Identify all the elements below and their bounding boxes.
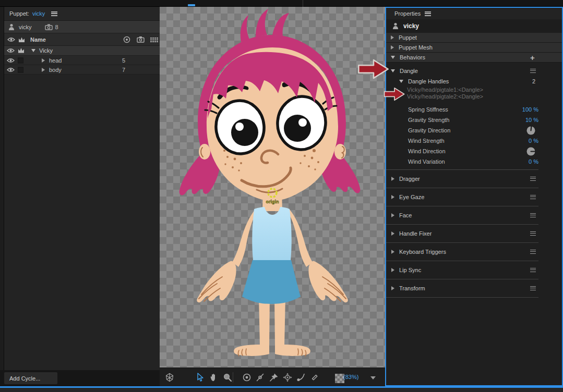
param-label: Wind Variation — [408, 158, 445, 165]
dangle-handles-row[interactable]: Dangle Handles 2 — [386, 76, 562, 87]
behavior-options-icon[interactable] — [530, 231, 536, 236]
behavior-label: Face — [399, 212, 412, 218]
caret-down-icon[interactable] — [399, 80, 403, 83]
caret-right-icon[interactable] — [391, 286, 394, 290]
section-puppet[interactable]: Puppet — [386, 33, 562, 43]
wind-direction-dial[interactable] — [526, 146, 536, 156]
crown-icon[interactable] — [18, 48, 25, 54]
layer-row-vicky[interactable]: Vicky — [4, 46, 160, 56]
param-value[interactable]: 10 % — [525, 117, 538, 123]
hand-tool-icon[interactable] — [209, 373, 218, 382]
layer-swatch[interactable] — [18, 67, 23, 72]
behavior-dangle-header[interactable]: Dangle — [386, 66, 562, 76]
panel-menu-icon[interactable] — [425, 11, 431, 16]
zoom-level-value[interactable]: (83%) — [343, 374, 358, 380]
param-value[interactable]: 100 % — [522, 106, 538, 113]
add-behavior-button[interactable]: + — [530, 53, 535, 62]
caret-down-icon[interactable] — [391, 69, 395, 72]
selected-puppet-row: vicky — [386, 19, 562, 33]
behavior-label: Keyboard Triggers — [399, 249, 446, 255]
section-puppet-mesh[interactable]: Puppet Mesh — [386, 43, 562, 53]
gravity-direction-dial[interactable] — [526, 126, 536, 136]
caret-down-icon[interactable] — [31, 49, 35, 52]
eye-icon[interactable] — [7, 58, 15, 63]
behavior-options-icon[interactable] — [530, 177, 536, 181]
set-origin-tool-icon[interactable] — [242, 373, 251, 382]
caret-right-icon[interactable] — [42, 68, 45, 72]
caret-right-icon[interactable] — [391, 177, 394, 181]
behavior-options-icon[interactable] — [530, 286, 536, 290]
behavior-dragger[interactable]: Dragger — [386, 170, 538, 188]
person-icon — [392, 22, 399, 30]
show-mesh-tool-icon[interactable] — [165, 373, 174, 382]
param-value[interactable]: 0 % — [529, 138, 538, 144]
record-column-icon[interactable] — [123, 36, 130, 43]
behavior-lip-sync[interactable]: Lip Sync — [386, 261, 538, 279]
behavior-handle-fixer[interactable]: Handle Fixer — [386, 225, 538, 243]
puppet-name: vicky — [19, 24, 31, 30]
layer-row-head[interactable]: head 5 — [4, 56, 160, 65]
dangle-tool-icon[interactable] — [296, 373, 306, 382]
layer-row-body[interactable]: body 7 — [4, 65, 160, 75]
eye-icon[interactable] — [7, 37, 15, 42]
caret-right-icon[interactable] — [391, 250, 394, 254]
param-label: Gravity Direction — [408, 127, 450, 133]
add-cycle-button[interactable]: Add Cycle... — [4, 372, 57, 384]
behavior-options-icon[interactable] — [530, 250, 536, 254]
puppet-panel: Puppet: vicky vicky 8 — [4, 7, 160, 370]
behavior-options-icon[interactable] — [530, 69, 536, 73]
caret-right-icon[interactable] — [391, 231, 394, 236]
param-gravity-direction: Gravity Direction — [386, 125, 562, 136]
origin-handle-label: origin — [266, 199, 279, 204]
behavior-options-icon[interactable] — [530, 268, 536, 272]
section-label: Puppet — [399, 34, 417, 41]
caret-down-icon[interactable] — [391, 56, 395, 59]
behavior-label: Transform — [399, 285, 425, 291]
param-label: Wind Strength — [408, 138, 445, 144]
camera-column-icon[interactable] — [137, 36, 145, 43]
behavior-transform[interactable]: Transform — [386, 279, 538, 298]
zoom-dropdown-caret-icon[interactable] — [370, 376, 376, 379]
puppet-panel-header: Puppet: vicky — [4, 7, 160, 21]
top-tab-strip — [0, 0, 563, 7]
attach-tool-icon[interactable] — [310, 373, 319, 382]
section-behaviors[interactable]: Behaviors + — [386, 53, 562, 63]
annotation-arrow-dangle — [357, 58, 390, 80]
name-column-header[interactable]: Name — [30, 36, 46, 43]
left-window-edge — [0, 7, 4, 387]
behavior-keyboard-triggers[interactable]: Keyboard Triggers — [386, 243, 538, 261]
caret-right-icon[interactable] — [391, 213, 394, 217]
layer-columns-header: Name — [4, 33, 160, 46]
grid-column-icon[interactable] — [150, 38, 159, 42]
puppet-list-item[interactable]: vicky 8 — [4, 21, 160, 33]
behavior-label: Lip Sync — [399, 267, 421, 273]
scene-canvas[interactable]: origin — [160, 7, 385, 368]
crown-icon[interactable] — [18, 37, 25, 43]
selection-tool-icon[interactable] — [195, 373, 205, 382]
layer-swatch[interactable] — [18, 57, 23, 63]
pin-tool-icon[interactable] — [269, 373, 279, 382]
caret-right-icon[interactable] — [391, 35, 394, 40]
dangle-handle-item[interactable]: Vicky/head/pigtale2:<Dangle> — [386, 93, 562, 100]
eye-icon[interactable] — [7, 48, 15, 53]
behavior-options-icon[interactable] — [530, 195, 536, 199]
properties-title: Properties — [394, 10, 421, 17]
behavior-label: Dangle — [400, 68, 418, 74]
behavior-options-icon[interactable] — [530, 213, 536, 217]
param-value[interactable]: 0 % — [529, 158, 538, 165]
param-label: Gravity Strength — [408, 117, 449, 123]
caret-right-icon[interactable] — [42, 58, 45, 63]
transform-tool-icon[interactable] — [283, 373, 292, 382]
caret-right-icon[interactable] — [391, 195, 394, 199]
properties-panel: Properties vicky Puppet Puppet Mesh Beha… — [385, 7, 563, 386]
eye-icon[interactable] — [7, 67, 15, 72]
panel-menu-icon[interactable] — [51, 11, 57, 16]
dangle-handle-item[interactable]: Vicky/head/pigtale1:<Dangle> — [386, 87, 562, 93]
behavior-eye-gaze[interactable]: Eye Gaze — [386, 188, 538, 206]
param-wind-direction: Wind Direction — [386, 146, 562, 156]
behavior-face[interactable]: Face — [386, 206, 538, 225]
caret-right-icon[interactable] — [391, 45, 394, 50]
caret-right-icon[interactable] — [391, 268, 394, 272]
zoom-tool-icon[interactable] — [223, 373, 232, 382]
needle-tool-icon[interactable] — [256, 373, 265, 382]
